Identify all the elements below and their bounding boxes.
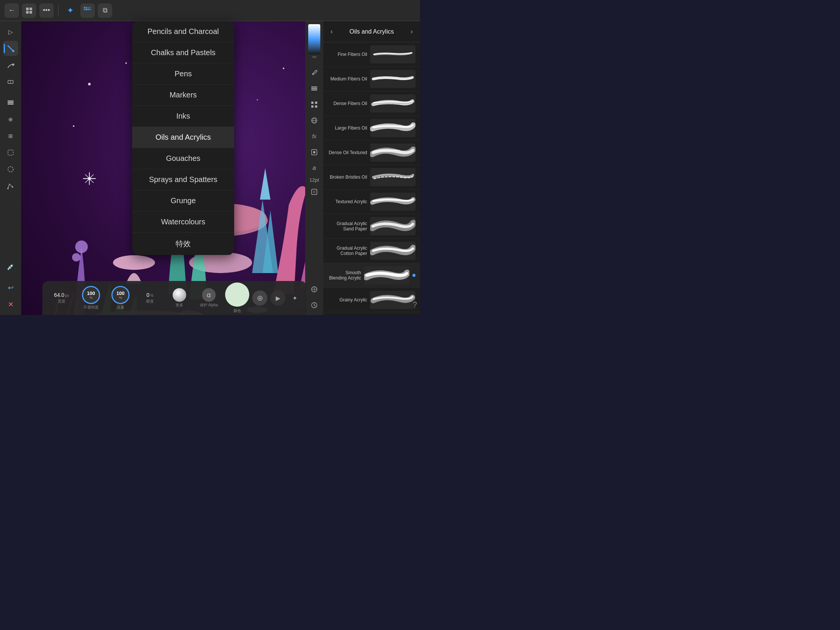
arrow-select-tool[interactable]: ▷ [3,24,18,39]
panel-title-row: Oils and Acrylics [337,28,406,35]
opacity-ring[interactable]: 100 % [82,286,100,304]
eyedropper-tool[interactable]: 💉 [3,259,18,274]
category-item[interactable]: Watercolours [132,212,234,233]
help-button[interactable]: ? [413,300,417,309]
layers-tool[interactable] [3,95,18,110]
brush-size-slider-track[interactable] [308,24,320,54]
mask-right-btn[interactable] [308,185,321,199]
brush-preview [370,95,415,112]
back-button[interactable]: ← [5,3,19,18]
brush-preview [370,119,415,137]
svg-rect-52 [311,88,317,89]
brush-item[interactable]: Matte Acrylic [323,313,420,315]
brush-name: Grainy Acrylic [328,297,367,303]
svg-point-25 [125,62,127,64]
category-item[interactable]: Sprays and Spatters [132,169,234,190]
alpha-control[interactable]: α 保护 Alpha [196,288,222,308]
brush-tool[interactable] [3,41,18,56]
selection-tool[interactable] [3,145,18,160]
svg-rect-19 [8,101,14,102]
category-item[interactable]: Grunge [132,190,234,212]
category-item[interactable]: Inks [132,106,234,127]
category-item[interactable]: Markers [132,85,234,106]
close-button[interactable]: ✕ [3,297,18,312]
hardness-label: 硬度 [146,299,154,304]
reference-right-btn[interactable] [308,145,321,159]
font-right-btn[interactable]: a [308,161,321,175]
undo-button[interactable]: ↩ [3,280,18,295]
brush-name: Gradual Acrylic Sand Paper [328,221,367,232]
brush-name: Dense Oil Textured [328,150,367,155]
brush-item[interactable]: Broken Bristles Oil [323,165,420,189]
smudge-tool[interactable] [3,57,18,73]
grid-right-btn[interactable] [308,98,321,111]
brush-item[interactable]: Smooth Blending Acrylic [323,263,420,288]
svg-point-14 [12,63,14,66]
brush-name: Fine Fibers Oil [328,52,367,57]
brush-item[interactable]: Gradual Acrylic Sand Paper [323,214,420,239]
app-logo-button[interactable]: ✦ [63,3,77,18]
transform-tool[interactable]: ⊞ [3,128,18,144]
eyedropper-right-btn[interactable] [308,66,321,80]
eraser-tool[interactable] [3,74,18,89]
svg-line-37 [85,175,94,183]
transform-right-btn[interactable] [308,283,321,296]
svg-rect-53 [311,87,317,88]
font-size-display: 12pt [309,177,319,183]
gallery-button[interactable] [22,3,36,18]
alpha-button[interactable]: α [202,288,216,302]
brush-item[interactable]: Dense Fibers Oil [323,92,420,116]
svg-point-62 [313,151,315,153]
fx-right-btn[interactable]: fx [308,129,321,143]
prev-category-btn[interactable]: ‹ [326,27,337,37]
color-swatch[interactable] [225,283,249,307]
brush-item[interactable]: Textured Acrylic [323,189,420,214]
pen-curve-tool[interactable] [3,178,18,193]
left-sidebar: ▷ ⊕ ⊞ 💉 ↩ ✕ [0,21,21,315]
category-item[interactable]: Gouaches [132,148,234,169]
flow-control[interactable]: 100 % 流量 [107,286,134,310]
right-tools: 0pt fx a 12pt [305,21,323,315]
brush-item[interactable]: Large Fibers Oil [323,116,420,141]
next-category-btn[interactable]: › [406,27,417,37]
brush-preview [370,242,415,260]
svg-rect-4 [84,7,85,8]
layers-right-btn[interactable] [308,82,321,96]
opacity-control[interactable]: 100 % 不透明度 [78,286,104,310]
more-control[interactable]: 更多 [166,288,193,308]
more-button[interactable]: ••• [39,3,54,18]
category-item[interactable]: Chalks and Pastels [132,42,234,63]
svg-rect-54 [311,102,314,104]
target-button[interactable]: ⊕ [252,291,267,306]
category-menu: Pencils and CharcoalChalks and PastelsPe… [132,21,234,255]
lasso-tool[interactable] [3,162,18,177]
category-item[interactable]: 特效 [132,233,234,255]
svg-rect-3 [30,11,32,14]
more-label: 更多 [175,303,183,308]
history-right-btn[interactable] [308,298,321,312]
brush-item[interactable]: Fine Fibers Oil [323,42,420,67]
flow-value: 100 [116,291,125,296]
brush-preview [370,144,415,162]
svg-point-40 [189,252,252,273]
color-label: 颜色 [234,308,241,314]
svg-rect-8 [84,9,85,10]
globe-right-btn[interactable] [308,114,321,127]
svg-point-47 [72,253,81,261]
play-button[interactable]: ▶ [270,291,286,306]
adjustments-tool[interactable]: ⊕ [3,112,18,127]
split-view-button[interactable]: ⧉ [98,3,112,18]
category-item[interactable]: Oils and Acrylics [132,127,234,148]
pixel-art-button[interactable] [81,3,95,18]
brush-item[interactable]: Medium Fibers Oil [323,67,420,92]
brush-item[interactable]: Dense Oil Textured [323,141,420,165]
brush-item[interactable]: Gradual Acrylic Cotton Paper [323,239,420,263]
size-control: 64.0 px 宽度 [48,292,75,304]
brush-list[interactable]: Fine Fibers Oil Medium Fibers Oil Dense … [323,42,420,315]
brush-item[interactable]: Grainy Acrylic [323,288,420,313]
category-item[interactable]: Pencils and Charcoal [132,21,234,42]
svg-line-38 [85,175,94,183]
flow-ring[interactable]: 100 % [111,286,129,304]
category-item[interactable]: Pens [132,63,234,85]
svg-rect-11 [90,9,91,10]
